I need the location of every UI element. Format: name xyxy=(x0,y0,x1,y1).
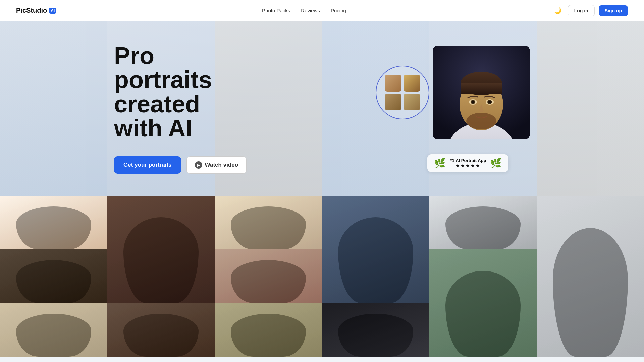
svg-point-22 xyxy=(148,226,174,259)
gallery-item-4 xyxy=(322,196,429,303)
svg-point-30 xyxy=(248,217,289,223)
gallery-item-6 xyxy=(537,196,644,357)
svg-point-20 xyxy=(134,213,188,266)
svg-point-55 xyxy=(460,330,506,357)
svg-point-74 xyxy=(253,322,284,341)
hero-title: Pro portraits created with AI xyxy=(114,44,247,140)
svg-point-15 xyxy=(37,213,70,249)
svg-point-49 xyxy=(36,275,71,303)
svg-rect-78 xyxy=(359,308,392,352)
signup-button[interactable]: Sign up xyxy=(599,5,628,16)
svg-rect-14 xyxy=(13,196,94,249)
svg-point-76 xyxy=(270,345,276,350)
svg-rect-65 xyxy=(13,303,94,357)
watch-video-button[interactable]: ▶ Watch video xyxy=(186,156,247,174)
svg-rect-51 xyxy=(228,249,309,303)
input-photo-2 xyxy=(404,75,420,92)
svg-point-57 xyxy=(467,304,499,343)
input-photo-3 xyxy=(385,94,401,110)
svg-point-24 xyxy=(152,237,161,243)
svg-point-23 xyxy=(148,220,174,235)
svg-point-58 xyxy=(458,295,478,335)
svg-point-45 xyxy=(574,247,607,266)
svg-point-59 xyxy=(488,295,508,335)
hero-content: Pro portraits created with AI Get your p… xyxy=(87,23,557,194)
get-portraits-button[interactable]: Get your portraits xyxy=(114,156,181,174)
svg-rect-32 xyxy=(359,276,392,303)
award-stars: ★★★★★ xyxy=(450,163,486,168)
svg-point-12 xyxy=(472,101,474,103)
svg-point-60 xyxy=(466,294,500,317)
gallery-item-11 xyxy=(107,303,215,357)
hero-right: → xyxy=(406,46,530,172)
svg-point-79 xyxy=(364,323,387,353)
nav-reviews[interactable]: Reviews xyxy=(301,8,320,13)
gallery-item-5 xyxy=(429,196,537,249)
award-text: #1 AI Portrait App ★★★★★ xyxy=(450,158,486,168)
svg-point-7 xyxy=(466,113,496,129)
svg-point-37 xyxy=(362,236,389,251)
hero-title-line3: created xyxy=(114,90,200,117)
gallery-item-2 xyxy=(107,196,215,303)
svg-point-70 xyxy=(178,337,191,350)
gallery-section xyxy=(0,196,644,357)
svg-point-36 xyxy=(362,241,390,276)
svg-rect-19 xyxy=(121,196,201,303)
svg-point-40 xyxy=(467,213,499,231)
svg-point-62 xyxy=(482,317,492,324)
logo[interactable]: PicStudio AI xyxy=(16,7,56,14)
gallery-item-7 xyxy=(0,249,107,303)
svg-point-67 xyxy=(36,318,71,338)
watch-video-label: Watch video xyxy=(205,162,238,168)
ai-badge: AI xyxy=(49,8,56,14)
svg-rect-56 xyxy=(473,330,493,357)
login-button[interactable]: Log in xyxy=(568,5,595,16)
svg-point-25 xyxy=(161,237,170,243)
hero-title-line1: Pro xyxy=(114,42,154,69)
svg-rect-77 xyxy=(335,303,416,357)
portrait-svg xyxy=(433,46,530,139)
svg-point-66 xyxy=(35,326,72,357)
svg-rect-46 xyxy=(13,249,94,303)
svg-point-53 xyxy=(253,265,284,284)
navbar: PicStudio AI Photo Packs Reviews Pricing… xyxy=(0,0,644,21)
svg-rect-54 xyxy=(443,249,523,357)
award-badge: 🌿 #1 AI Portrait App ★★★★★ 🌿 xyxy=(427,154,509,172)
hero-title-line2: portraits xyxy=(114,66,212,93)
svg-marker-34 xyxy=(372,275,379,285)
svg-rect-43 xyxy=(584,290,596,306)
award-title: #1 AI Portrait App xyxy=(450,158,486,163)
svg-rect-31 xyxy=(335,196,416,303)
svg-point-17 xyxy=(47,227,52,231)
gallery-item-1 xyxy=(0,196,107,249)
svg-rect-42 xyxy=(570,296,610,357)
svg-point-28 xyxy=(250,219,287,249)
svg-point-64 xyxy=(466,322,470,325)
gallery-item-10 xyxy=(0,303,107,357)
svg-rect-38 xyxy=(443,196,523,249)
input-photo-1 xyxy=(385,75,401,92)
hero-cta: Get your portraits ▶ Watch video xyxy=(114,156,247,174)
theme-toggle-button[interactable]: 🌙 xyxy=(552,5,564,17)
laurel-left-icon: 🌿 xyxy=(434,158,446,169)
hero-section: Pro portraits created with AI Get your p… xyxy=(0,21,644,196)
input-photo-4 xyxy=(404,94,420,110)
svg-point-48 xyxy=(40,254,68,271)
svg-point-61 xyxy=(474,317,484,324)
svg-point-75 xyxy=(260,345,266,350)
nav-photo-packs[interactable]: Photo Packs xyxy=(262,8,290,13)
svg-point-39 xyxy=(466,221,500,249)
svg-point-69 xyxy=(127,310,148,330)
nav-links: Photo Packs Reviews Pricing xyxy=(262,8,346,13)
laurel-right-icon: 🌿 xyxy=(490,158,502,169)
svg-rect-41 xyxy=(550,196,631,357)
gallery-item-3 xyxy=(215,196,322,249)
logo-text: PicStudio xyxy=(16,7,47,14)
play-icon: ▶ xyxy=(195,161,202,169)
nav-pricing[interactable]: Pricing xyxy=(331,8,346,13)
gallery-item-12 xyxy=(215,303,322,357)
input-photos-bubble: → xyxy=(376,66,429,119)
navbar-actions: 🌙 Log in Sign up xyxy=(552,5,628,17)
svg-point-71 xyxy=(144,331,178,357)
gallery-item-8 xyxy=(215,249,322,303)
